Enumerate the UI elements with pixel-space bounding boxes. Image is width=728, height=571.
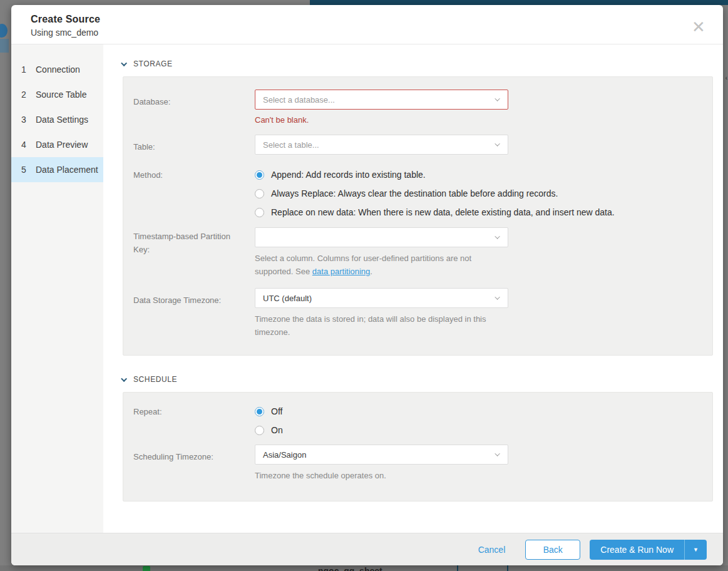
step-data-settings[interactable]: 3 Data Settings xyxy=(11,107,103,132)
step-label: Data Preview xyxy=(36,140,88,150)
step-label: Source Table xyxy=(36,90,86,100)
step-label: Connection xyxy=(36,64,80,75)
radio-icon xyxy=(255,189,264,198)
schedule-section-heading[interactable]: SCHEDULE xyxy=(123,375,709,384)
step-data-preview[interactable]: 4 Data Preview xyxy=(11,132,103,157)
scheduling-timezone-select[interactable]: Asia/Saigon xyxy=(255,445,508,465)
form-content: STORAGE Database: Select a database... C… xyxy=(103,44,723,533)
storage-timezone-value: UTC (default) xyxy=(263,294,312,303)
dialog-title: Create Source xyxy=(31,14,708,25)
chevron-down-icon xyxy=(495,96,500,101)
create-source-dialog: Create Source Using smc_demo ✕ 1 Connect… xyxy=(11,5,723,565)
sheet-icon xyxy=(143,566,150,571)
dialog-body: 1 Connection 2 Source Table 3 Data Setti… xyxy=(11,44,723,533)
database-select[interactable]: Select a database... xyxy=(255,90,508,110)
background-table-row-text: ngoc_gg_sheet xyxy=(318,565,382,571)
storage-panel: Database: Select a database... Can't be … xyxy=(123,76,713,356)
scheduling-timezone-label: Scheduling Timezone: xyxy=(133,445,255,482)
partition-help-prefix: See xyxy=(295,267,312,276)
repeat-option-off[interactable]: Off xyxy=(255,406,283,416)
step-number: 5 xyxy=(20,165,28,175)
table-placeholder: Select a table... xyxy=(263,140,319,150)
storage-timezone-help: Timezone the data is stored in; data wil… xyxy=(255,312,508,339)
radio-selected-icon xyxy=(255,407,264,416)
background-table-divider xyxy=(507,565,508,571)
background-app-topbar xyxy=(310,0,728,5)
chevron-down-icon xyxy=(495,451,500,456)
close-icon[interactable]: ✕ xyxy=(690,19,707,35)
step-number: 3 xyxy=(20,115,28,125)
dialog-footer: Cancel Back Create & Run Now ▼ xyxy=(11,533,723,565)
partition-help-suffix: . xyxy=(370,267,372,276)
create-and-run-now-button[interactable]: Create & Run Now xyxy=(590,540,684,560)
table-row: Table: Select a table... xyxy=(133,135,702,155)
step-connection[interactable]: 1 Connection xyxy=(11,57,103,82)
method-option-always-replace[interactable]: Always Replace: Always clear the destina… xyxy=(255,188,702,198)
dialog-header: Create Source Using smc_demo ✕ xyxy=(11,5,723,44)
radio-icon xyxy=(255,208,264,217)
repeat-row: Repeat: Off On xyxy=(133,405,702,435)
storage-timezone-select[interactable]: UTC (default) xyxy=(255,288,508,308)
chevron-down-icon xyxy=(495,294,500,299)
storage-section-heading[interactable]: STORAGE xyxy=(123,59,709,68)
partition-key-label: Timestamp-based Partition Key: xyxy=(133,227,255,278)
method-option-label: Append: Add records into existing table. xyxy=(271,170,426,180)
method-row: Method: Append: Add records into existin… xyxy=(133,168,702,217)
table-select[interactable]: Select a table... xyxy=(255,135,508,155)
background-collapse-chevron-icon: ‹ xyxy=(725,75,727,81)
background-nav-avatar xyxy=(0,24,8,38)
step-label: Data Settings xyxy=(36,115,88,125)
table-label: Table: xyxy=(133,135,255,155)
chevron-down-icon xyxy=(121,60,127,66)
dialog-subtitle: Using smc_demo xyxy=(31,28,708,38)
schedule-heading-label: SCHEDULE xyxy=(133,375,177,384)
caret-down-icon: ▼ xyxy=(693,547,699,553)
partition-key-help: Select a column. Columns for user-define… xyxy=(255,252,508,278)
chevron-down-icon xyxy=(121,376,127,382)
step-data-placement[interactable]: 5 Data Placement xyxy=(11,157,103,182)
background-table-strip: ngoc_gg_sheet xyxy=(0,565,728,571)
background-table-divider xyxy=(457,565,458,571)
step-number: 4 xyxy=(20,140,28,150)
scheduling-timezone-row: Scheduling Timezone: Asia/Saigon Timezon… xyxy=(133,445,702,482)
database-error: Can't be blank. xyxy=(255,115,508,125)
partition-key-select[interactable] xyxy=(255,227,508,247)
database-row: Database: Select a database... Can't be … xyxy=(133,90,702,125)
background-nav-item xyxy=(0,39,9,53)
radio-selected-icon xyxy=(255,170,264,180)
run-options-dropdown-button[interactable]: ▼ xyxy=(684,540,707,560)
create-run-split-button: Create & Run Now ▼ xyxy=(590,540,707,560)
method-option-label: Replace on new data: When there is new d… xyxy=(271,207,615,217)
storage-timezone-label: Data Storage Timezone: xyxy=(133,288,255,339)
wizard-steps-sidebar: 1 Connection 2 Source Table 3 Data Setti… xyxy=(11,44,103,533)
scheduling-timezone-value: Asia/Saigon xyxy=(263,450,306,460)
scheduling-timezone-help: Timezone the schedule operates on. xyxy=(255,469,508,482)
step-label: Data Placement xyxy=(36,165,98,175)
back-button[interactable]: Back xyxy=(525,540,580,560)
chevron-down-icon xyxy=(495,141,500,146)
step-number: 1 xyxy=(20,64,28,75)
method-option-replace-on-new-data[interactable]: Replace on new data: When there is new d… xyxy=(255,207,702,217)
partition-key-row: Timestamp-based Partition Key: Select a … xyxy=(133,227,702,278)
repeat-option-label: On xyxy=(271,425,283,435)
schedule-panel: Repeat: Off On Scheduling Timezone: xyxy=(123,392,713,502)
repeat-option-on[interactable]: On xyxy=(255,425,283,435)
storage-heading-label: STORAGE xyxy=(133,59,173,68)
method-option-label: Always Replace: Always clear the destina… xyxy=(271,188,558,198)
chevron-down-icon xyxy=(495,234,500,239)
repeat-option-label: Off xyxy=(271,406,282,416)
database-placeholder: Select a database... xyxy=(263,95,335,105)
method-option-append[interactable]: Append: Add records into existing table. xyxy=(255,170,702,180)
method-label: Method: xyxy=(133,168,255,217)
cancel-button[interactable]: Cancel xyxy=(478,545,506,555)
repeat-label: Repeat: xyxy=(133,405,255,435)
step-number: 2 xyxy=(20,90,28,100)
storage-timezone-row: Data Storage Timezone: UTC (default) Tim… xyxy=(133,288,702,339)
data-partitioning-link[interactable]: data partitioning xyxy=(312,267,371,276)
database-label: Database: xyxy=(133,90,255,125)
radio-icon xyxy=(255,426,264,435)
step-source-table[interactable]: 2 Source Table xyxy=(11,82,103,107)
